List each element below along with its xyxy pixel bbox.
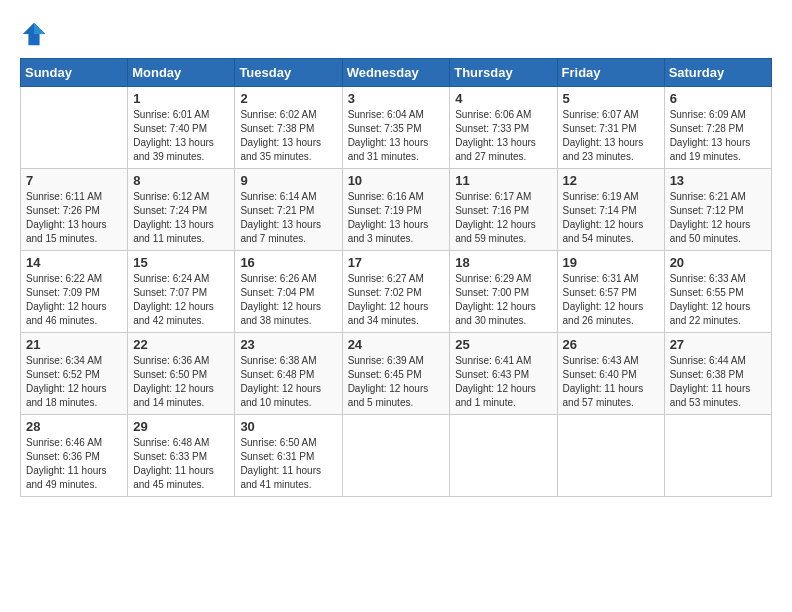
day-info: Sunrise: 6:21 AMSunset: 7:12 PMDaylight:… [670,190,766,246]
day-info: Sunrise: 6:43 AMSunset: 6:40 PMDaylight:… [563,354,659,410]
day-number: 11 [455,173,551,188]
calendar-day-header: Friday [557,59,664,87]
day-number: 2 [240,91,336,106]
logo [20,20,52,48]
calendar-cell: 7Sunrise: 6:11 AMSunset: 7:26 PMDaylight… [21,169,128,251]
calendar-cell: 24Sunrise: 6:39 AMSunset: 6:45 PMDayligh… [342,333,450,415]
day-number: 13 [670,173,766,188]
calendar-day-header: Saturday [664,59,771,87]
day-info: Sunrise: 6:39 AMSunset: 6:45 PMDaylight:… [348,354,445,410]
calendar-cell: 23Sunrise: 6:38 AMSunset: 6:48 PMDayligh… [235,333,342,415]
calendar-day-header: Sunday [21,59,128,87]
calendar-cell: 14Sunrise: 6:22 AMSunset: 7:09 PMDayligh… [21,251,128,333]
calendar-cell: 25Sunrise: 6:41 AMSunset: 6:43 PMDayligh… [450,333,557,415]
day-number: 24 [348,337,445,352]
day-info: Sunrise: 6:11 AMSunset: 7:26 PMDaylight:… [26,190,122,246]
calendar-cell: 22Sunrise: 6:36 AMSunset: 6:50 PMDayligh… [128,333,235,415]
svg-marker-1 [34,23,45,34]
day-number: 27 [670,337,766,352]
calendar-cell: 10Sunrise: 6:16 AMSunset: 7:19 PMDayligh… [342,169,450,251]
day-number: 3 [348,91,445,106]
day-number: 18 [455,255,551,270]
day-number: 19 [563,255,659,270]
calendar-cell: 19Sunrise: 6:31 AMSunset: 6:57 PMDayligh… [557,251,664,333]
day-info: Sunrise: 6:24 AMSunset: 7:07 PMDaylight:… [133,272,229,328]
calendar-table: SundayMondayTuesdayWednesdayThursdayFrid… [20,58,772,497]
calendar-header-row: SundayMondayTuesdayWednesdayThursdayFrid… [21,59,772,87]
day-info: Sunrise: 6:02 AMSunset: 7:38 PMDaylight:… [240,108,336,164]
calendar-week-row: 28Sunrise: 6:46 AMSunset: 6:36 PMDayligh… [21,415,772,497]
day-info: Sunrise: 6:29 AMSunset: 7:00 PMDaylight:… [455,272,551,328]
calendar-cell: 15Sunrise: 6:24 AMSunset: 7:07 PMDayligh… [128,251,235,333]
day-number: 22 [133,337,229,352]
calendar-cell: 26Sunrise: 6:43 AMSunset: 6:40 PMDayligh… [557,333,664,415]
calendar-cell [21,87,128,169]
calendar-cell: 12Sunrise: 6:19 AMSunset: 7:14 PMDayligh… [557,169,664,251]
calendar-cell: 11Sunrise: 6:17 AMSunset: 7:16 PMDayligh… [450,169,557,251]
day-number: 6 [670,91,766,106]
calendar-cell: 16Sunrise: 6:26 AMSunset: 7:04 PMDayligh… [235,251,342,333]
calendar-cell: 28Sunrise: 6:46 AMSunset: 6:36 PMDayligh… [21,415,128,497]
day-info: Sunrise: 6:04 AMSunset: 7:35 PMDaylight:… [348,108,445,164]
calendar-cell: 5Sunrise: 6:07 AMSunset: 7:31 PMDaylight… [557,87,664,169]
day-info: Sunrise: 6:22 AMSunset: 7:09 PMDaylight:… [26,272,122,328]
day-info: Sunrise: 6:07 AMSunset: 7:31 PMDaylight:… [563,108,659,164]
day-number: 26 [563,337,659,352]
day-info: Sunrise: 6:50 AMSunset: 6:31 PMDaylight:… [240,436,336,492]
day-info: Sunrise: 6:06 AMSunset: 7:33 PMDaylight:… [455,108,551,164]
calendar-week-row: 7Sunrise: 6:11 AMSunset: 7:26 PMDaylight… [21,169,772,251]
day-number: 1 [133,91,229,106]
day-info: Sunrise: 6:09 AMSunset: 7:28 PMDaylight:… [670,108,766,164]
day-number: 5 [563,91,659,106]
calendar-cell: 3Sunrise: 6:04 AMSunset: 7:35 PMDaylight… [342,87,450,169]
day-info: Sunrise: 6:14 AMSunset: 7:21 PMDaylight:… [240,190,336,246]
calendar-cell: 17Sunrise: 6:27 AMSunset: 7:02 PMDayligh… [342,251,450,333]
calendar-cell: 13Sunrise: 6:21 AMSunset: 7:12 PMDayligh… [664,169,771,251]
day-number: 8 [133,173,229,188]
day-info: Sunrise: 6:19 AMSunset: 7:14 PMDaylight:… [563,190,659,246]
calendar-cell: 9Sunrise: 6:14 AMSunset: 7:21 PMDaylight… [235,169,342,251]
calendar-cell: 27Sunrise: 6:44 AMSunset: 6:38 PMDayligh… [664,333,771,415]
day-number: 10 [348,173,445,188]
day-number: 30 [240,419,336,434]
day-number: 29 [133,419,229,434]
day-number: 17 [348,255,445,270]
day-number: 23 [240,337,336,352]
page-header [20,20,772,48]
calendar-cell: 20Sunrise: 6:33 AMSunset: 6:55 PMDayligh… [664,251,771,333]
day-number: 15 [133,255,229,270]
day-info: Sunrise: 6:34 AMSunset: 6:52 PMDaylight:… [26,354,122,410]
day-info: Sunrise: 6:46 AMSunset: 6:36 PMDaylight:… [26,436,122,492]
day-number: 12 [563,173,659,188]
calendar-week-row: 21Sunrise: 6:34 AMSunset: 6:52 PMDayligh… [21,333,772,415]
calendar-cell: 8Sunrise: 6:12 AMSunset: 7:24 PMDaylight… [128,169,235,251]
calendar-cell: 6Sunrise: 6:09 AMSunset: 7:28 PMDaylight… [664,87,771,169]
day-info: Sunrise: 6:44 AMSunset: 6:38 PMDaylight:… [670,354,766,410]
calendar-day-header: Tuesday [235,59,342,87]
day-info: Sunrise: 6:31 AMSunset: 6:57 PMDaylight:… [563,272,659,328]
day-info: Sunrise: 6:26 AMSunset: 7:04 PMDaylight:… [240,272,336,328]
calendar-week-row: 14Sunrise: 6:22 AMSunset: 7:09 PMDayligh… [21,251,772,333]
logo-icon [20,20,48,48]
day-number: 28 [26,419,122,434]
calendar-cell: 2Sunrise: 6:02 AMSunset: 7:38 PMDaylight… [235,87,342,169]
day-info: Sunrise: 6:38 AMSunset: 6:48 PMDaylight:… [240,354,336,410]
calendar-day-header: Thursday [450,59,557,87]
calendar-cell [342,415,450,497]
day-info: Sunrise: 6:33 AMSunset: 6:55 PMDaylight:… [670,272,766,328]
day-info: Sunrise: 6:12 AMSunset: 7:24 PMDaylight:… [133,190,229,246]
calendar-cell: 21Sunrise: 6:34 AMSunset: 6:52 PMDayligh… [21,333,128,415]
day-info: Sunrise: 6:01 AMSunset: 7:40 PMDaylight:… [133,108,229,164]
day-number: 20 [670,255,766,270]
calendar-cell: 29Sunrise: 6:48 AMSunset: 6:33 PMDayligh… [128,415,235,497]
calendar-cell [557,415,664,497]
day-info: Sunrise: 6:17 AMSunset: 7:16 PMDaylight:… [455,190,551,246]
day-number: 9 [240,173,336,188]
calendar-cell: 30Sunrise: 6:50 AMSunset: 6:31 PMDayligh… [235,415,342,497]
calendar-cell: 18Sunrise: 6:29 AMSunset: 7:00 PMDayligh… [450,251,557,333]
calendar-week-row: 1Sunrise: 6:01 AMSunset: 7:40 PMDaylight… [21,87,772,169]
day-info: Sunrise: 6:16 AMSunset: 7:19 PMDaylight:… [348,190,445,246]
day-number: 21 [26,337,122,352]
calendar-day-header: Wednesday [342,59,450,87]
day-number: 4 [455,91,551,106]
